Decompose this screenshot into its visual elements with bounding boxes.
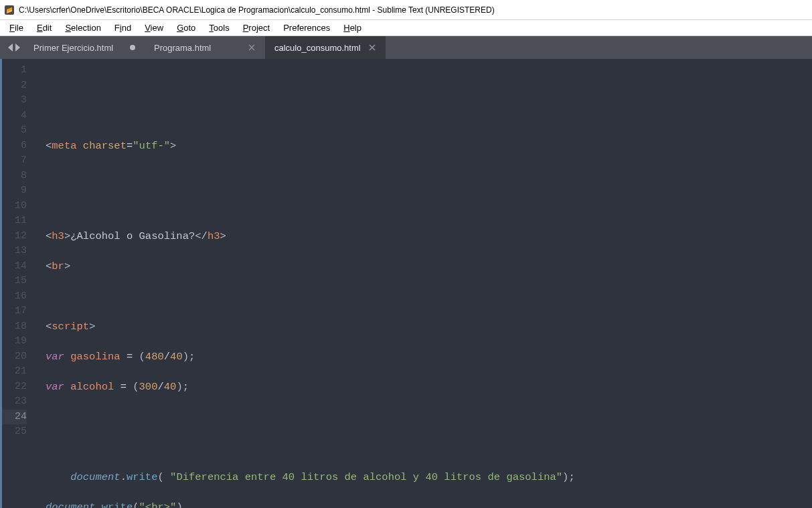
window-title: C:\Users\crfer\OneDrive\Escritorio\BECA …	[19, 5, 495, 15]
dirty-indicator-icon	[130, 45, 135, 50]
titlebar: C:\Users\crfer\OneDrive\Escritorio\BECA …	[0, 0, 812, 20]
menu-selection[interactable]: Selection	[58, 21, 107, 34]
menubar: File Edit Selection Find View Goto Tools…	[0, 20, 812, 36]
menu-tools[interactable]: Tools	[202, 21, 236, 34]
tab-label: Primer Ejercicio.html	[33, 43, 113, 53]
menu-project[interactable]: Project	[236, 21, 276, 34]
menu-view[interactable]: View	[138, 21, 170, 34]
tab-primer-ejercicio[interactable]: Primer Ejercicio.html	[24, 36, 145, 59]
tab-next-icon[interactable]	[15, 44, 20, 52]
menu-preferences[interactable]: Preferences	[276, 21, 337, 34]
menu-goto[interactable]: Goto	[170, 21, 202, 34]
menu-find[interactable]: Find	[108, 21, 138, 34]
menu-edit[interactable]: Edit	[30, 21, 58, 34]
menu-file[interactable]: File	[3, 21, 30, 34]
code-area[interactable]: <meta charset="utf-"> <h3>¿Alcohol o Gas…	[33, 59, 812, 508]
sublime-icon	[4, 5, 15, 15]
tab-calculo-consumo[interactable]: calculo_consumo.html	[265, 36, 386, 59]
tab-prev-icon[interactable]	[8, 44, 13, 52]
tabbar: Primer Ejercicio.html Programa.html calc…	[0, 36, 812, 59]
tab-label: Programa.html	[154, 43, 211, 53]
editor[interactable]: 12345 678910 1112131415 1617181920 21222…	[0, 59, 812, 508]
close-icon[interactable]	[368, 44, 376, 52]
gutter: 12345 678910 1112131415 1617181920 21222…	[0, 59, 33, 508]
close-icon[interactable]	[248, 44, 256, 52]
tab-programa[interactable]: Programa.html	[145, 36, 265, 59]
menu-help[interactable]: Help	[337, 21, 368, 34]
tab-label: calculo_consumo.html	[274, 43, 361, 53]
tab-nav	[4, 36, 24, 59]
